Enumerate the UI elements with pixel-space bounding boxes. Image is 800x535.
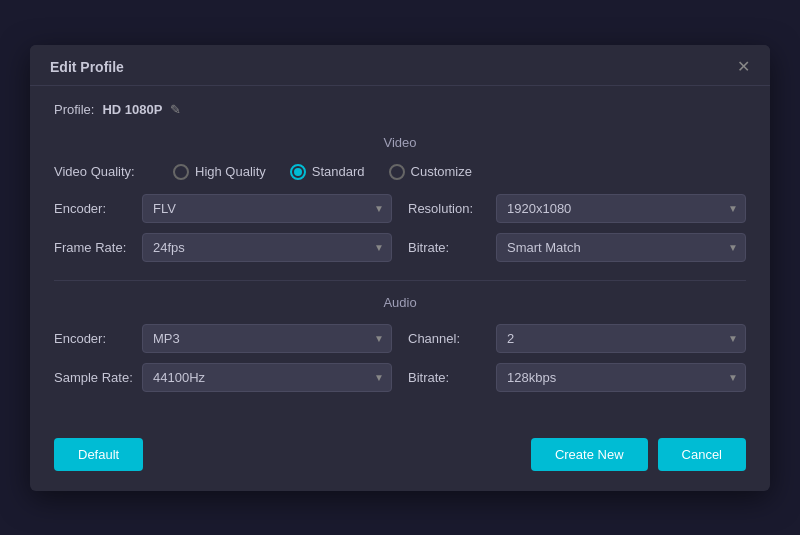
- audio-encoder-channel-row: Encoder: MP3 AAC WAV OGG ▼ Channel: 1: [54, 324, 746, 353]
- channel-select[interactable]: 1 2: [496, 324, 746, 353]
- video-bitrate-label: Bitrate:: [408, 240, 488, 255]
- sample-rate-label: Sample Rate:: [54, 370, 134, 385]
- video-encoder-label: Encoder:: [54, 201, 134, 216]
- resolution-group: Resolution: 1920x1080 1280x720 854x480 6…: [408, 194, 746, 223]
- audio-bitrate-select[interactable]: 128kbps 192kbps 256kbps 320kbps: [496, 363, 746, 392]
- section-divider: [54, 280, 746, 281]
- framerate-bitrate-row: Frame Rate: 24fps 25fps 30fps 60fps ▼ Bi…: [54, 233, 746, 262]
- dialog-footer: Default Create New Cancel: [30, 422, 770, 491]
- resolution-label: Resolution:: [408, 201, 488, 216]
- dialog-body: Profile: HD 1080P ✎ Video Video Quality:…: [30, 86, 770, 422]
- quality-customize-option[interactable]: Customize: [389, 164, 472, 180]
- quality-row: Video Quality: High Quality Standard Cus…: [54, 164, 746, 180]
- video-bitrate-wrapper: Smart Match 1000kbps 2000kbps 4000kbps ▼: [496, 233, 746, 262]
- edit-profile-dialog: Edit Profile ✕ Profile: HD 1080P ✎ Video…: [30, 45, 770, 491]
- video-encoder-wrapper: FLV H.264 HEVC MPEG-4 ▼: [142, 194, 392, 223]
- quality-high-label: High Quality: [195, 164, 266, 179]
- sample-rate-wrapper: 44100Hz 22050Hz 11025Hz ▼: [142, 363, 392, 392]
- channel-label: Channel:: [408, 331, 488, 346]
- quality-customize-radio[interactable]: [389, 164, 405, 180]
- resolution-wrapper: 1920x1080 1280x720 854x480 640x360 ▼: [496, 194, 746, 223]
- audio-bitrate-label: Bitrate:: [408, 370, 488, 385]
- audio-section-header: Audio: [54, 295, 746, 310]
- video-encoder-select[interactable]: FLV H.264 HEVC MPEG-4: [142, 194, 392, 223]
- dialog-title: Edit Profile: [50, 59, 124, 75]
- video-bitrate-select[interactable]: Smart Match 1000kbps 2000kbps 4000kbps: [496, 233, 746, 262]
- profile-row: Profile: HD 1080P ✎: [54, 102, 746, 117]
- quality-high-option[interactable]: High Quality: [173, 164, 266, 180]
- video-bitrate-group: Bitrate: Smart Match 1000kbps 2000kbps 4…: [408, 233, 746, 262]
- quality-standard-label: Standard: [312, 164, 365, 179]
- audio-bitrate-wrapper: 128kbps 192kbps 256kbps 320kbps ▼: [496, 363, 746, 392]
- video-section-header: Video: [54, 135, 746, 150]
- default-button[interactable]: Default: [54, 438, 143, 471]
- frame-rate-label: Frame Rate:: [54, 240, 134, 255]
- resolution-select[interactable]: 1920x1080 1280x720 854x480 640x360: [496, 194, 746, 223]
- quality-standard-option[interactable]: Standard: [290, 164, 365, 180]
- audio-encoder-wrapper: MP3 AAC WAV OGG ▼: [142, 324, 392, 353]
- samplerate-audiobitrate-row: Sample Rate: 44100Hz 22050Hz 11025Hz ▼ B…: [54, 363, 746, 392]
- edit-icon[interactable]: ✎: [170, 102, 181, 117]
- sample-rate-group: Sample Rate: 44100Hz 22050Hz 11025Hz ▼: [54, 363, 392, 392]
- profile-label: Profile:: [54, 102, 94, 117]
- encoder-resolution-row: Encoder: FLV H.264 HEVC MPEG-4 ▼ Resolut…: [54, 194, 746, 223]
- channel-wrapper: 1 2 ▼: [496, 324, 746, 353]
- quality-standard-radio[interactable]: [290, 164, 306, 180]
- profile-name: HD 1080P: [102, 102, 162, 117]
- video-quality-label: Video Quality:: [54, 164, 149, 179]
- channel-group: Channel: 1 2 ▼: [408, 324, 746, 353]
- close-button[interactable]: ✕: [737, 59, 750, 75]
- audio-encoder-label: Encoder:: [54, 331, 134, 346]
- audio-encoder-group: Encoder: MP3 AAC WAV OGG ▼: [54, 324, 392, 353]
- quality-customize-label: Customize: [411, 164, 472, 179]
- title-bar: Edit Profile ✕: [30, 45, 770, 86]
- video-encoder-group: Encoder: FLV H.264 HEVC MPEG-4 ▼: [54, 194, 392, 223]
- quality-high-radio[interactable]: [173, 164, 189, 180]
- audio-bitrate-group: Bitrate: 128kbps 192kbps 256kbps 320kbps…: [408, 363, 746, 392]
- sample-rate-select[interactable]: 44100Hz 22050Hz 11025Hz: [142, 363, 392, 392]
- frame-rate-group: Frame Rate: 24fps 25fps 30fps 60fps ▼: [54, 233, 392, 262]
- frame-rate-select[interactable]: 24fps 25fps 30fps 60fps: [142, 233, 392, 262]
- create-new-button[interactable]: Create New: [531, 438, 648, 471]
- cancel-button[interactable]: Cancel: [658, 438, 746, 471]
- audio-encoder-select[interactable]: MP3 AAC WAV OGG: [142, 324, 392, 353]
- frame-rate-wrapper: 24fps 25fps 30fps 60fps ▼: [142, 233, 392, 262]
- footer-right-buttons: Create New Cancel: [531, 438, 746, 471]
